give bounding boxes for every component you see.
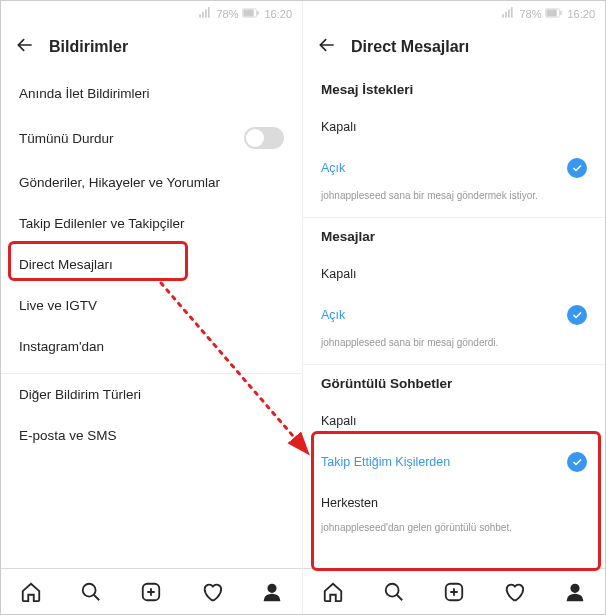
svg-rect-13	[511, 7, 513, 18]
svg-rect-2	[205, 10, 207, 18]
check-icon	[567, 158, 587, 178]
svg-point-17	[385, 583, 398, 596]
option-messages-on[interactable]: Açık	[303, 293, 605, 337]
back-icon[interactable]	[15, 35, 35, 59]
svg-rect-11	[506, 12, 508, 18]
row-other-types[interactable]: Diğer Bildirim Türleri	[1, 373, 302, 415]
battery-icon	[545, 8, 563, 20]
svg-rect-3	[208, 7, 210, 18]
nav-add-icon[interactable]	[443, 581, 465, 603]
row-email-sms[interactable]: E-posta ve SMS	[1, 415, 302, 456]
option-video-everyone[interactable]: Herkesten	[303, 484, 605, 522]
status-bar: 78% 16:20	[303, 1, 605, 27]
signal-icon	[198, 6, 212, 22]
svg-rect-5	[244, 10, 254, 17]
page-title: Bildirimler	[49, 38, 128, 56]
option-video-following[interactable]: Takip Ettiğim Kişilerden	[303, 440, 605, 484]
option-requests-on[interactable]: Açık	[303, 146, 605, 190]
bottom-nav	[1, 568, 302, 614]
status-bar: 78% 16:20	[1, 1, 302, 27]
row-push-notifications[interactable]: Anında İlet Bildirimleri	[1, 73, 302, 114]
nav-profile-icon[interactable]	[564, 581, 586, 603]
nav-profile-icon[interactable]	[261, 581, 283, 603]
row-direct-messages[interactable]: Direct Mesajları	[1, 244, 302, 285]
check-icon	[567, 452, 587, 472]
section-message-requests: Mesaj İstekleri	[303, 71, 605, 108]
messages-subtitle: johnappleseed sana bir mesaj gönderdi.	[303, 337, 605, 358]
bottom-nav	[303, 568, 605, 614]
signal-icon	[501, 6, 515, 22]
nav-search-icon[interactable]	[80, 581, 102, 603]
option-requests-off[interactable]: Kapalı	[303, 108, 605, 146]
nav-search-icon[interactable]	[383, 581, 405, 603]
back-icon[interactable]	[317, 35, 337, 59]
battery-text: 78%	[519, 8, 541, 20]
nav-home-icon[interactable]	[20, 581, 42, 603]
svg-rect-16	[561, 11, 562, 15]
check-icon	[567, 305, 587, 325]
video-subtitle: johnappleseed'dan gelen görüntülü sohbet…	[303, 522, 605, 543]
svg-rect-6	[258, 11, 259, 15]
svg-point-7	[83, 583, 96, 596]
pause-label: Tümünü Durdur	[19, 131, 114, 146]
option-video-off[interactable]: Kapalı	[303, 402, 605, 440]
svg-rect-12	[508, 10, 510, 18]
svg-rect-10	[503, 14, 505, 18]
svg-point-19	[571, 584, 578, 591]
svg-rect-15	[547, 10, 557, 17]
section-messages: Mesajlar	[303, 217, 605, 255]
svg-rect-1	[203, 12, 205, 18]
pause-toggle[interactable]	[244, 127, 284, 149]
row-following[interactable]: Takip Edilenler ve Takipçiler	[1, 203, 302, 244]
page-title: Direct Mesajları	[351, 38, 469, 56]
requests-subtitle: johnappleseed sana bir mesaj göndermek i…	[303, 190, 605, 211]
nav-activity-icon[interactable]	[201, 581, 223, 603]
row-pause-all[interactable]: Tümünü Durdur	[1, 114, 302, 162]
time-text: 16:20	[264, 8, 292, 20]
nav-activity-icon[interactable]	[503, 581, 525, 603]
nav-add-icon[interactable]	[140, 581, 162, 603]
nav-home-icon[interactable]	[322, 581, 344, 603]
svg-point-9	[268, 584, 275, 591]
section-video-chats: Görüntülü Sohbetler	[303, 364, 605, 402]
battery-text: 78%	[216, 8, 238, 20]
svg-rect-0	[200, 14, 202, 18]
option-messages-off[interactable]: Kapalı	[303, 255, 605, 293]
header: Bildirimler	[1, 27, 302, 67]
row-from-instagram[interactable]: Instagram'dan	[1, 326, 302, 367]
time-text: 16:20	[567, 8, 595, 20]
row-posts-stories[interactable]: Gönderiler, Hikayeler ve Yorumlar	[1, 162, 302, 203]
battery-icon	[242, 8, 260, 20]
header: Direct Mesajları	[303, 27, 605, 67]
row-live-igtv[interactable]: Live ve IGTV	[1, 285, 302, 326]
